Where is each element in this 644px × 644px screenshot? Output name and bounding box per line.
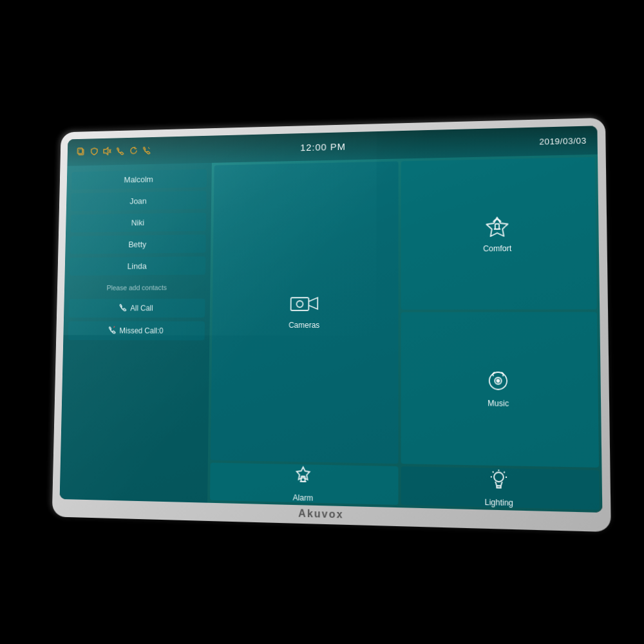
svg-line-16	[493, 471, 494, 473]
device-tablet: 12:00 PM 2019/03/03 Malcolm Joan Niki Be…	[52, 118, 611, 532]
refresh-icon	[129, 146, 138, 156]
cameras-label: Cameras	[289, 321, 319, 330]
contact-betty[interactable]: Betty	[70, 234, 206, 254]
date-display: 2019/03/03	[539, 135, 587, 146]
svg-marker-2	[104, 147, 108, 155]
phone-icon	[116, 146, 124, 156]
svg-point-12	[494, 472, 504, 482]
svg-point-10	[497, 379, 499, 382]
all-call-label: All Call	[130, 304, 153, 313]
cameras-button[interactable]: Cameras	[211, 161, 399, 464]
svg-rect-5	[291, 298, 309, 310]
comfort-button[interactable]: Comfort	[401, 157, 597, 310]
grid-area: Cameras Comfort	[207, 155, 602, 513]
svg-rect-7	[495, 223, 499, 229]
contact-niki[interactable]: Niki	[70, 213, 206, 232]
contact-linda[interactable]: Linda	[70, 256, 205, 276]
lighting-label: Lighting	[484, 498, 513, 508]
alarm-label: Alarm	[293, 493, 313, 503]
main-content: Malcolm Joan Niki Betty Linda Please add…	[60, 155, 603, 513]
comfort-label: Comfort	[483, 243, 511, 253]
contact-joan[interactable]: Joan	[71, 191, 206, 211]
missed-call-button[interactable]: Missed Call:0	[68, 321, 205, 341]
comfort-icon	[486, 215, 508, 240]
screen-wrapper: 12:00 PM 2019/03/03 Malcolm Joan Niki Be…	[60, 126, 603, 513]
brand-name: Akuvox	[298, 507, 343, 520]
time-display: 12:00 PM	[300, 140, 346, 152]
alarm-icon	[292, 464, 314, 489]
shield-icon	[90, 147, 99, 157]
phone2-icon	[142, 146, 151, 156]
svg-point-6	[297, 301, 303, 307]
lighting-button[interactable]: Lighting	[401, 466, 600, 509]
music-icon	[487, 369, 510, 394]
music-button[interactable]: Music	[401, 312, 599, 467]
all-call-icon	[119, 303, 128, 314]
music-label: Music	[488, 399, 509, 408]
screen: 12:00 PM 2019/03/03 Malcolm Joan Niki Be…	[60, 126, 603, 513]
copy-icon	[77, 147, 85, 157]
svg-rect-1	[77, 147, 82, 153]
cameras-icon	[290, 292, 319, 317]
mute-icon	[103, 146, 111, 156]
add-contacts-text: Please add contacts	[69, 279, 205, 295]
missed-call-label: Missed Call:0	[119, 327, 163, 336]
contact-malcolm[interactable]: Malcolm	[71, 169, 207, 190]
svg-line-14	[504, 472, 505, 473]
missed-call-icon	[108, 326, 117, 336]
alarm-button[interactable]: Alarm	[210, 462, 399, 504]
lighting-icon	[487, 468, 510, 494]
left-panel: Malcolm Joan Niki Betty Linda Please add…	[60, 163, 212, 503]
status-icons-group	[77, 146, 151, 158]
all-call-button[interactable]: All Call	[68, 299, 205, 318]
